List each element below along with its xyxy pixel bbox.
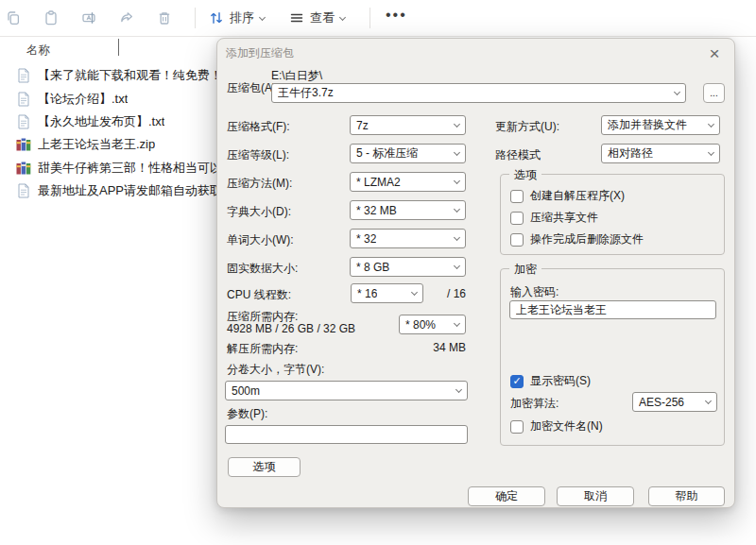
level-combobox[interactable]: 5 - 标准压缩 bbox=[350, 144, 466, 163]
share-button[interactable] bbox=[119, 10, 134, 26]
archive-label: 压缩包(A) bbox=[227, 80, 276, 96]
format-label: 压缩格式(F): bbox=[227, 119, 290, 135]
memory-compress-detail: 4928 MB / 26 GB / 32 GB bbox=[227, 322, 355, 335]
list-item[interactable]: 甜美牛仔裤第三部！性格相当可以60b16.. bbox=[0, 157, 219, 179]
level-value: 5 - 标准压缩 bbox=[356, 145, 418, 162]
view-button[interactable]: 查看 bbox=[289, 9, 345, 26]
format-value: 7z bbox=[356, 119, 369, 132]
method-value: * LZMA2 bbox=[356, 176, 401, 189]
file-list: 【来了就能下载和观看！纯免费！】.txt 【论坛介绍】.txt 【永久地址发布页… bbox=[0, 64, 219, 202]
delete-after-checkbox[interactable]: 操作完成后删除源文件 bbox=[510, 231, 644, 247]
path-mode-combobox[interactable]: 相对路径 bbox=[601, 144, 720, 163]
chevron-down-icon bbox=[454, 320, 460, 327]
encryption-group-title: 加密 bbox=[509, 262, 541, 278]
chevron-down-icon bbox=[454, 234, 460, 241]
word-size-combobox[interactable]: * 32 bbox=[350, 229, 466, 248]
format-combobox[interactable]: 7z bbox=[350, 115, 466, 135]
text-file-icon bbox=[16, 183, 31, 198]
cpu-threads-value: * 16 bbox=[357, 287, 377, 300]
method-combobox[interactable]: * LZMA2 bbox=[350, 172, 466, 192]
archive-name-combobox[interactable]: 王牛仔3.7z bbox=[271, 83, 686, 103]
dictionary-value: * 32 MB bbox=[356, 204, 397, 217]
memory-usage-combobox[interactable]: * 80% bbox=[399, 315, 466, 334]
options-group-title: 选项 bbox=[509, 167, 541, 183]
rename-button[interactable] bbox=[81, 10, 96, 26]
compress-shared-checkbox[interactable]: 压缩共享文件 bbox=[510, 210, 598, 226]
chevron-down-icon bbox=[259, 13, 266, 20]
chevron-down-icon bbox=[705, 398, 712, 404]
file-name: 最新地址及APP请发邮箱自动获取！！！... bbox=[38, 182, 219, 199]
show-password-label: 显示密码(S) bbox=[530, 373, 591, 389]
volume-size-value: 500m bbox=[232, 384, 260, 398]
view-label: 查看 bbox=[310, 9, 335, 26]
volume-size-label: 分卷大小，字节(V): bbox=[227, 362, 324, 378]
parameters-input[interactable] bbox=[225, 425, 468, 444]
solid-block-combobox[interactable]: * 8 GB bbox=[350, 257, 466, 277]
options-button[interactable]: 选项 bbox=[228, 457, 301, 477]
word-size-label: 单词大小(W): bbox=[227, 232, 294, 248]
encryption-method-combobox[interactable]: AES-256 bbox=[632, 392, 717, 412]
ok-button[interactable]: 确定 bbox=[468, 486, 545, 506]
chevron-down-icon bbox=[708, 121, 714, 128]
browse-button[interactable]: ... bbox=[703, 83, 725, 103]
copy-button[interactable] bbox=[6, 10, 21, 26]
cancel-button[interactable]: 取消 bbox=[557, 486, 634, 506]
more-options-button[interactable]: ••• bbox=[386, 7, 407, 29]
text-file-icon bbox=[16, 92, 31, 107]
sort-label: 排序 bbox=[230, 9, 254, 26]
password-input[interactable] bbox=[509, 300, 716, 319]
close-icon: × bbox=[709, 43, 719, 64]
file-name: 【永久地址发布页】.txt bbox=[38, 113, 164, 130]
method-label: 压缩方法(M): bbox=[227, 176, 292, 192]
sort-button[interactable]: 排序 bbox=[209, 9, 265, 26]
explorer-toolbar: 排序 查看 ••• bbox=[0, 0, 756, 37]
encryption-method-value: AES-256 bbox=[639, 396, 684, 409]
chevron-up-icon bbox=[118, 39, 119, 56]
close-button[interactable]: × bbox=[699, 42, 730, 66]
show-password-checkbox[interactable]: ✓ 显示密码(S) bbox=[510, 373, 591, 389]
archive-path: E:\白日梦\ bbox=[271, 68, 322, 84]
create-sfx-checkbox[interactable]: 创建自解压程序(X) bbox=[510, 188, 625, 204]
paste-button[interactable] bbox=[43, 10, 59, 26]
share-icon bbox=[119, 10, 134, 26]
file-name: 【论坛介绍】.txt bbox=[38, 91, 128, 108]
list-item[interactable]: 上老王论坛当老王.zip bbox=[0, 133, 219, 156]
encryption-method-label: 加密算法: bbox=[510, 396, 558, 412]
list-item[interactable]: 【永久地址发布页】.txt bbox=[0, 111, 219, 133]
chevron-down-icon bbox=[674, 89, 680, 95]
update-mode-combobox[interactable]: 添加并替换文件 bbox=[601, 115, 720, 135]
text-file-icon bbox=[16, 68, 31, 83]
delete-button[interactable] bbox=[157, 10, 172, 26]
solid-block-value: * 8 GB bbox=[356, 261, 389, 274]
cpu-threads-max: / 16 bbox=[447, 287, 466, 300]
sort-ascending-caret[interactable] bbox=[118, 40, 119, 57]
help-button[interactable]: 帮助 bbox=[648, 486, 725, 506]
chevron-down-icon bbox=[454, 121, 460, 128]
trash-icon bbox=[157, 10, 172, 26]
dictionary-combobox[interactable]: * 32 MB bbox=[350, 200, 466, 220]
toolbar-separator bbox=[195, 8, 196, 28]
volume-size-combobox[interactable]: 500m bbox=[225, 381, 468, 400]
path-mode-value: 相对路径 bbox=[608, 145, 653, 162]
checkbox-box bbox=[510, 233, 524, 247]
chevron-down-icon bbox=[339, 13, 346, 20]
list-item[interactable]: 【论坛介绍】.txt bbox=[0, 87, 219, 110]
chevron-down-icon bbox=[455, 386, 462, 393]
cpu-threads-combobox[interactable]: * 16 bbox=[351, 283, 423, 303]
toolbar-separator bbox=[369, 8, 370, 28]
list-item[interactable]: 最新地址及APP请发邮箱自动获取！！！... bbox=[0, 179, 219, 202]
compress-shared-label: 压缩共享文件 bbox=[530, 210, 598, 226]
chevron-down-icon bbox=[708, 149, 714, 156]
level-label: 压缩等级(L): bbox=[227, 147, 289, 163]
chevron-down-icon bbox=[454, 263, 460, 269]
checkbox-box bbox=[510, 190, 524, 203]
list-item[interactable]: 【来了就能下载和观看！纯免费！】.txt bbox=[0, 64, 219, 87]
checkbox-box bbox=[510, 212, 524, 225]
winrar-archive-icon bbox=[16, 161, 31, 176]
create-sfx-label: 创建自解压程序(X) bbox=[530, 188, 625, 204]
chevron-down-icon bbox=[454, 178, 460, 184]
encrypt-filenames-checkbox[interactable]: 加密文件名(N) bbox=[510, 418, 603, 434]
path-mode-label: 路径模式 bbox=[495, 147, 541, 163]
column-header-name[interactable]: 名称 bbox=[26, 43, 50, 59]
dictionary-label: 字典大小(D): bbox=[227, 204, 291, 220]
